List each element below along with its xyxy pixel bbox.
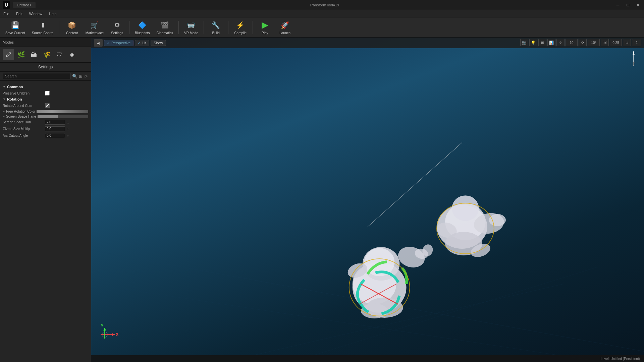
free-rotation-color-row[interactable]: Free Rotation Color xyxy=(3,110,88,113)
toolbar-separator-5 xyxy=(228,21,228,34)
scale-snap-input[interactable] xyxy=(610,39,622,46)
free-rotation-color-slider[interactable] xyxy=(37,110,88,113)
arc-cutout-input[interactable] xyxy=(45,133,65,138)
left-panel: Modes 🖊 🌿 🏔 🌾 🛡 ◈ Settings 🔍 ⊞ ⛭ Common xyxy=(0,38,91,362)
show-label: Show xyxy=(154,41,163,45)
mode-icon-3[interactable]: 🌾 xyxy=(41,49,52,60)
viewport-nav-button[interactable]: ◀ xyxy=(94,39,103,47)
mode-icon-0[interactable]: 🖊 xyxy=(3,49,14,60)
svg-marker-2 xyxy=(633,62,635,66)
stats-button[interactable]: 📊 xyxy=(547,39,555,46)
gizmo-size-label: Gizmo Size Multip xyxy=(3,127,43,131)
svg-text:X: X xyxy=(116,332,118,337)
cinematics-button[interactable]: 🎬 Cinematics xyxy=(154,18,176,37)
gizmo-size-input[interactable] xyxy=(45,126,65,131)
title-tab[interactable]: Untitled+ xyxy=(13,2,36,8)
perspective-button[interactable]: ✓ Perspective xyxy=(104,40,133,46)
rotation-snap-icon[interactable]: ⟳ xyxy=(579,39,587,46)
content-button[interactable]: 📦 Content xyxy=(63,18,82,37)
maximize-button[interactable]: □ xyxy=(623,1,633,9)
menu-bar: File Edit Window Help xyxy=(0,10,644,17)
mode-icon-2[interactable]: 🏔 xyxy=(28,49,40,60)
title-left: U Untitled+ xyxy=(0,1,36,9)
compile-button[interactable]: ⚡ Compile xyxy=(231,18,250,37)
content-label: Content xyxy=(66,31,78,35)
menu-file[interactable]: File xyxy=(0,11,13,16)
settings-button[interactable]: ⚙ Settings xyxy=(108,18,126,37)
camera-lock-button[interactable]: 📷 xyxy=(520,39,528,46)
grid-snap-input[interactable] xyxy=(566,39,578,46)
lit-button[interactable]: ✓ Lit xyxy=(135,40,149,46)
svg-point-23 xyxy=(489,214,506,226)
lit-label: Lit xyxy=(142,41,146,45)
mode-icon-5[interactable]: ◈ xyxy=(66,49,78,60)
vr-mode-icon: 🥽 xyxy=(186,20,196,30)
svg-line-6 xyxy=(293,267,597,361)
svg-point-25 xyxy=(452,195,479,221)
svg-marker-33 xyxy=(103,328,106,330)
svg-text:Y: Y xyxy=(101,323,103,328)
gizmo-size-arrow[interactable]: ↕ xyxy=(67,127,69,131)
menu-edit[interactable]: Edit xyxy=(13,11,26,16)
common-section-header[interactable]: Common xyxy=(3,85,88,89)
close-button[interactable]: ✕ xyxy=(633,1,643,9)
menu-help[interactable]: Help xyxy=(46,11,60,16)
svg-marker-31 xyxy=(112,333,115,336)
rotate-around-com-checkbox[interactable] xyxy=(45,103,50,108)
launch-button[interactable]: 🚀 Launch xyxy=(276,18,294,37)
preserve-children-row: Preserve Children xyxy=(3,91,88,96)
blueprints-button[interactable]: 🔷 Blueprints xyxy=(132,18,152,37)
minimize-button[interactable]: ─ xyxy=(613,1,623,9)
perspective-checkmark: ✓ xyxy=(107,41,110,45)
marketplace-button[interactable]: 🛒 Marketplace xyxy=(83,18,106,37)
grid-button[interactable]: ⊞ xyxy=(538,39,546,46)
play-button[interactable]: ▶ Play xyxy=(256,18,274,37)
modes-label: Modes xyxy=(3,40,14,44)
screen-space-handle-slider[interactable] xyxy=(38,115,88,118)
window-title: TransformTool419 xyxy=(36,3,613,7)
grid-view-icon[interactable]: ⊞ xyxy=(79,74,83,79)
layers-button[interactable]: ⊔ xyxy=(623,39,631,46)
settings-header: Settings xyxy=(0,63,91,72)
launch-label: Launch xyxy=(279,31,290,35)
main-toolbar: 💾 Save Current ⬆ Source Control 📦 Conten… xyxy=(0,17,644,38)
free-rotation-color-label: Free Rotation Color xyxy=(6,110,35,113)
menu-window[interactable]: Window xyxy=(26,11,46,16)
mode-icon-4[interactable]: 🛡 xyxy=(54,49,65,60)
build-button[interactable]: 🔧 Build xyxy=(207,18,225,37)
content-icon: 📦 xyxy=(67,20,77,30)
save-current-button[interactable]: 💾 Save Current xyxy=(3,18,28,37)
preserve-children-checkbox[interactable] xyxy=(45,91,50,96)
build-label: Build xyxy=(212,31,220,35)
mode-icon-1[interactable]: 🌿 xyxy=(15,49,27,60)
layers-input[interactable] xyxy=(632,39,641,46)
rotation-section-header[interactable]: Rotation xyxy=(3,97,88,101)
search-icon[interactable]: 🔍 xyxy=(72,74,77,79)
settings-label: Settings xyxy=(111,31,123,35)
title-right-buttons: ─ □ ✕ xyxy=(613,1,644,9)
lighting-button[interactable]: 💡 xyxy=(529,39,537,46)
toolbar-separator-2 xyxy=(129,21,129,34)
viewport-status-bar: Level: Untitled (Persistent) xyxy=(91,355,644,362)
scale-snap-icon[interactable]: ⇲ xyxy=(601,39,609,46)
show-button[interactable]: Show xyxy=(151,40,166,46)
vr-mode-button[interactable]: 🥽 VR Mode xyxy=(181,18,201,37)
gizmo-size-row: Gizmo Size Multip ↕ xyxy=(3,126,88,131)
snap-grid-icon[interactable]: ⊹ xyxy=(556,39,565,46)
source-control-button[interactable]: ⬆ Source Control xyxy=(29,18,57,37)
arc-cutout-arrow[interactable]: ↕ xyxy=(67,134,69,138)
main-layout: Modes 🖊 🌿 🏔 🌾 🛡 ◈ Settings 🔍 ⊞ ⛭ Common xyxy=(0,38,644,362)
cinematics-icon: 🎬 xyxy=(160,20,170,30)
marketplace-label: Marketplace xyxy=(86,31,104,35)
filter-icon[interactable]: ⛭ xyxy=(84,74,88,79)
viewport[interactable]: ◀ ✓ Perspective ✓ Lit Show 📷 💡 ⊞ 📊 ⊹ ⟳ ⇲ xyxy=(91,38,644,362)
screen-space-hand-arrow[interactable]: ↕ xyxy=(67,120,69,124)
rotate-around-com-label: Rotate Around Com xyxy=(3,104,43,108)
settings-icon: ⚙ xyxy=(112,20,122,30)
screen-space-handle-row[interactable]: Screen Space Hane xyxy=(3,115,88,118)
screen-space-hand-value-input[interactable] xyxy=(45,120,65,125)
search-input[interactable] xyxy=(3,73,71,79)
play-icon: ▶ xyxy=(260,20,270,30)
screen-space-hand-value-row: Screen Space Han ↕ xyxy=(3,120,88,125)
rotation-snap-input[interactable] xyxy=(588,39,600,46)
